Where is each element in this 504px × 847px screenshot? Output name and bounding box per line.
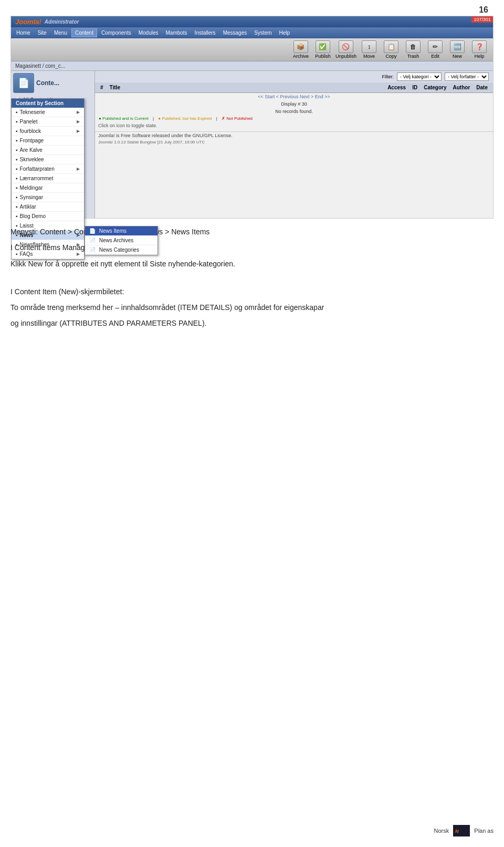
archive-icon: 📦 (293, 40, 308, 53)
manager-intro: I Content Items Manager-skjermbiletet: (10, 242, 494, 253)
titlebar: Joomla! Administrator (11, 16, 493, 27)
joomla-logo: Joomla! (15, 18, 41, 26)
move-label: Move (363, 54, 375, 59)
nav-links[interactable]: << Start < Previous Next > End >> (258, 94, 330, 99)
th-title: Title (107, 84, 385, 91)
menu-components[interactable]: Components (98, 29, 134, 37)
table-header: # Title Access ID Category Author Date (95, 82, 493, 93)
th-date: Date (473, 84, 491, 91)
new-icon: 🆕 (450, 40, 465, 53)
unpublish-button[interactable]: 🚫 Unpublish (335, 40, 356, 59)
screenshot-container: 107/301 Joomla! Administrator Home Site … (10, 16, 494, 219)
category-filter[interactable]: - Velj kategori - (397, 73, 442, 81)
dd-synsingar[interactable]: ▪Synsingar (12, 193, 84, 202)
publish-icon: ✅ (316, 40, 330, 53)
trash-button[interactable]: 🗑 Trash (404, 40, 423, 59)
new-button[interactable]: 🆕 New (448, 40, 467, 59)
menu-content[interactable]: Content (71, 28, 97, 37)
table-display: Display # 30 (95, 100, 493, 108)
main-content: Filter: - Velj kategori - - Velj forfatt… (95, 71, 493, 218)
info-bar: 107/301 (471, 16, 493, 23)
dd-news-categories[interactable]: 📄 News Categories (85, 245, 158, 255)
th-number: # (97, 84, 107, 91)
menu-help[interactable]: Help (276, 29, 293, 37)
footer-logo-svg: N (454, 826, 469, 835)
no-records: No records found. (95, 108, 493, 115)
edit-button[interactable]: ✏ Edit (426, 40, 445, 59)
footer-logo: N (453, 825, 470, 836)
th-author: Author (450, 84, 474, 91)
author-filter[interactable]: - Velj forfatter - (445, 73, 489, 81)
edit-label: Edit (431, 54, 439, 59)
menu-system[interactable]: System (251, 29, 275, 37)
dd-frontpage[interactable]: ▪Frontpage (12, 136, 84, 146)
dd-fourblock[interactable]: ▪fourblock▶ (12, 127, 84, 136)
dd-meldingar[interactable]: ▪Meldingar (12, 183, 84, 193)
filter-label: Filter: (382, 74, 394, 79)
dd-laerrarrommet[interactable]: ▪Lærrarrommet (12, 174, 84, 183)
new-instruction: Klikk New for å opprette eit nytt elemen… (10, 258, 494, 270)
status-legend: ● Published and is Current | ● Published… (95, 115, 493, 122)
copy-icon: 📋 (384, 40, 398, 53)
unpublish-label: Unpublish (335, 54, 356, 59)
areas-description-2: og innstillingar (ATTRIBUTES AND PARAMET… (10, 317, 494, 329)
footer-language: Norsk (434, 828, 449, 834)
menu-menu[interactable]: Menu (51, 29, 70, 37)
page-number: 16 (479, 5, 488, 15)
menu-bar[interactable]: Home Site Menu Content Components Module… (11, 27, 493, 38)
unpublish-icon: 🚫 (339, 40, 353, 53)
dropdown-header-1: Content by Section (12, 99, 84, 108)
table-nav: << Start < Previous Next > End >> (95, 93, 493, 100)
help-label: Help (475, 54, 485, 59)
svg-text:N: N (455, 829, 459, 834)
status-unpublished: ✗ Not Published (222, 116, 253, 121)
toggle-notice: Click on icon to toggle state. (95, 122, 493, 129)
edit-icon: ✏ (428, 40, 443, 53)
dd-artiklar[interactable]: ▪Artiklar (12, 202, 84, 212)
dd-panelet[interactable]: ▪Panelet▶ (12, 117, 84, 127)
filter-bar: Filter: - Velj kategori - - Velj forfatt… (95, 71, 493, 82)
move-button[interactable]: ↕ Move (360, 40, 379, 59)
menu-path: Menysti: Content > Content by Section > … (10, 226, 494, 237)
footer-company: Plan as (474, 828, 494, 834)
dd-tekneserie[interactable]: ▪Tekneserie▶ (12, 108, 84, 117)
main-text-area: Menysti: Content > Content by Section > … (10, 226, 494, 334)
dd-news-archives[interactable]: 📄 News Archives (85, 236, 158, 245)
dd-forfattarpraten[interactable]: ▪Forfattarpraten▶ (12, 164, 84, 174)
status-expired: ● Published, but has Expired (158, 116, 212, 121)
admin-label: Administrator (45, 19, 79, 25)
help-icon: ❓ (472, 40, 487, 53)
content-header-area: 📄 Conte... (13, 73, 92, 93)
menu-messages[interactable]: Messages (220, 29, 250, 37)
dd-skriveklee[interactable]: ▪Skriveklee (12, 155, 84, 164)
item-intro: I Content Item (New)-skjermbiletet: (10, 286, 494, 297)
menu-mambots[interactable]: Mambots (162, 29, 190, 37)
dd-news-items[interactable]: 📄 News Items (85, 226, 158, 236)
version-info: Joomla! 1.0.13 Stable Bunglow [21 July 2… (95, 139, 493, 145)
th-category: Category (421, 84, 449, 91)
content-title: Conte... (36, 79, 59, 87)
help-button[interactable]: ❓ Help (470, 40, 489, 59)
dropdown-news-submenu: 📄 News Items 📄 News Archives 📄 News Cate… (85, 226, 158, 255)
menu-home[interactable]: Home (13, 29, 34, 37)
footer: Norsk N Plan as (434, 825, 494, 836)
publish-button[interactable]: ✅ Publish (313, 40, 332, 59)
content-icon: 📄 (13, 73, 34, 93)
joomla-notice: Joomla! is Free Software released under … (95, 131, 493, 139)
breadcrumb: Magasinett / com_c... (11, 61, 493, 71)
toolbar: 📦 Archive ✅ Publish 🚫 Unpublish ↕ Move 📋 (11, 38, 493, 61)
screenshot-inner: 107/301 Joomla! Administrator Home Site … (11, 16, 493, 218)
archive-button[interactable]: 📦 Archive (291, 40, 310, 59)
copy-button[interactable]: 📋 Copy (382, 40, 401, 59)
dd-blog-demo[interactable]: ▪Blog Demo (12, 212, 84, 221)
dd-are-kalve[interactable]: ▪Are Kalve (12, 146, 84, 155)
move-icon: ↕ (362, 40, 376, 53)
publish-label: Publish (315, 54, 331, 59)
trash-icon: 🗑 (406, 40, 421, 53)
th-access: Access (384, 84, 409, 91)
areas-description: To område treng merksemd her – innhaldso… (10, 302, 494, 313)
menu-site[interactable]: Site (35, 29, 50, 37)
menu-modules[interactable]: Modules (135, 29, 162, 37)
copy-label: Copy (385, 54, 396, 59)
menu-installers[interactable]: Installers (192, 29, 219, 37)
